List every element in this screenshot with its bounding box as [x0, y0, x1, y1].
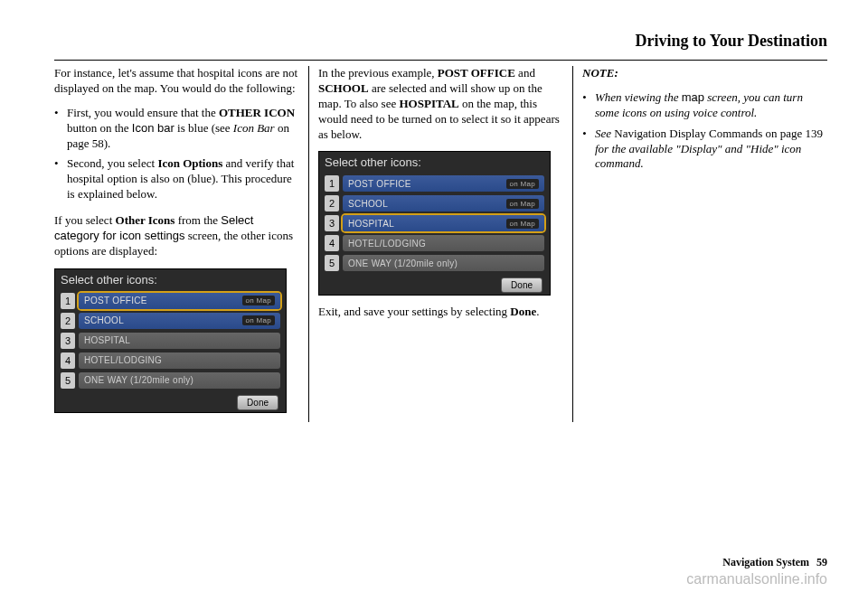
onmap-badge: on Map — [506, 219, 539, 229]
screen2-row-1[interactable]: 1 POST OFFICE on Map — [325, 174, 544, 193]
onmap-badge: on Map — [506, 199, 539, 209]
row-label: SCHOOL on Map — [79, 313, 280, 329]
col1-li2: Second, you select Icon Options and veri… — [54, 156, 299, 202]
row-num: 1 — [61, 293, 75, 309]
text: If you select — [54, 213, 116, 227]
text-bold: Other Icons — [116, 213, 175, 227]
row-text: HOTEL/LODGING — [348, 239, 426, 249]
text: Exit, and save your settings by selectin… — [318, 305, 510, 318]
row-num: 4 — [325, 235, 339, 251]
page-number: 59 — [816, 556, 827, 569]
row-num: 3 — [325, 215, 339, 231]
text: . — [536, 305, 539, 318]
col1-intro: For instance, let's assume that hospital… — [54, 66, 299, 97]
watermark: carmanualsonline.info — [686, 571, 827, 587]
screen2-row-5[interactable]: 5 ONE WAY (1/20mile only) — [325, 254, 544, 272]
row-text: POST OFFICE — [84, 296, 147, 305]
col1-list: First, you would ensure that the OTHER I… — [54, 106, 299, 202]
row-text: ONE WAY (1/20mile only) — [84, 375, 193, 385]
text: In the previous example, — [318, 66, 438, 80]
header-rule — [54, 60, 827, 61]
row-text: HOSPITAL — [84, 335, 130, 345]
row-text: HOSPITAL — [348, 219, 394, 229]
text: is blue (see — [175, 121, 233, 135]
col2-p1: In the previous example, POST OFFICE and… — [318, 66, 563, 142]
note-heading: NOTE: — [582, 66, 827, 81]
screenshot-1: Select other icons: 1 POST OFFICE on Map… — [54, 268, 287, 413]
page-header: Driving to Your Destination — [54, 32, 827, 51]
content-columns: For instance, let's assume that hospital… — [54, 66, 827, 422]
text: button on the — [67, 121, 132, 135]
row-num: 4 — [61, 352, 75, 369]
row-label: SCHOOL on Map — [343, 195, 544, 211]
text-bold: POST OFFICE — [438, 66, 515, 80]
row-label: ONE WAY (1/20mile only) — [343, 255, 544, 271]
col1-li1: First, you would ensure that the OTHER I… — [54, 106, 299, 152]
screen2-row-3[interactable]: 3 HOSPITAL on Map — [325, 214, 544, 232]
row-num: 5 — [61, 372, 75, 389]
screenshot-1-list: 1 POST OFFICE on Map 2 SCHOOL on Map — [55, 290, 286, 390]
screenshot-2: Select other icons: 1 POST OFFICE on Map… — [318, 151, 551, 296]
row-text: SCHOOL — [348, 199, 388, 209]
row-label: POST OFFICE on Map — [79, 293, 280, 309]
text: Second, you select — [67, 156, 157, 170]
row-text: ONE WAY (1/20mile only) — [348, 258, 458, 268]
onmap-badge: on Map — [242, 315, 275, 325]
column-1: For instance, let's assume that hospital… — [54, 66, 309, 422]
row-label: HOSPITAL on Map — [343, 215, 544, 231]
row-label: POST OFFICE on Map — [343, 175, 544, 192]
column-2: In the previous example, POST OFFICE and… — [309, 66, 573, 422]
text-bold: Icon Options — [157, 156, 222, 170]
col1-p2: If you select Other Icons from the Selec… — [54, 213, 299, 259]
row-num: 5 — [325, 255, 339, 271]
footer-label: Navigation System — [722, 556, 809, 569]
text: from the — [175, 213, 221, 227]
done-button[interactable]: Done — [501, 277, 542, 293]
screenshot-1-title: Select other icons: — [55, 269, 286, 290]
text: When viewing the — [595, 90, 682, 104]
page-footer: Navigation System59 — [722, 556, 827, 569]
onmap-badge: on Map — [506, 179, 539, 189]
text-bold: HOSPITAL — [399, 97, 458, 110]
screen1-row-3[interactable]: 3 HOSPITAL — [61, 332, 280, 350]
screen2-row-2[interactable]: 2 SCHOOL on Map — [325, 194, 544, 212]
text-sans: Icon bar — [132, 121, 175, 135]
row-label: HOSPITAL — [79, 333, 280, 349]
screenshot-2-list: 1 POST OFFICE on Map 2 SCHOOL on Map — [319, 173, 550, 272]
text-bold: Done — [510, 305, 536, 318]
onmap-badge: on Map — [242, 296, 275, 305]
text: First, you would ensure that the — [67, 106, 219, 119]
screen1-row-2[interactable]: 2 SCHOOL on Map — [61, 312, 280, 330]
done-button[interactable]: Done — [237, 395, 278, 410]
row-num: 3 — [61, 333, 75, 349]
text-bold: SCHOOL — [318, 81, 369, 95]
col3-li1: When viewing the map screen, you can tur… — [582, 90, 827, 121]
col3-list: When viewing the map screen, you can tur… — [582, 90, 827, 172]
screen2-row-4[interactable]: 4 HOTEL/LODGING — [325, 234, 544, 252]
column-3: NOTE: When viewing the map screen, you c… — [573, 66, 827, 422]
row-num: 2 — [61, 313, 75, 329]
screen1-row-5[interactable]: 5 ONE WAY (1/20mile only) — [61, 371, 280, 390]
screen1-row-4[interactable]: 4 HOTEL/LODGING — [61, 352, 280, 370]
row-text: HOTEL/LODGING — [84, 355, 162, 365]
text: See — [595, 127, 614, 140]
row-label: HOTEL/LODGING — [343, 235, 544, 251]
row-label: ONE WAY (1/20mile only) — [79, 372, 280, 389]
col3-li2: See Navigation Display Commands on page … — [582, 127, 827, 173]
row-label: HOTEL/LODGING — [79, 352, 280, 369]
row-num: 1 — [325, 175, 339, 192]
text-sans: map — [682, 90, 704, 104]
screenshot-2-title: Select other icons: — [319, 152, 550, 173]
row-text: SCHOOL — [84, 315, 124, 325]
col2-p2: Exit, and save your settings by selectin… — [318, 305, 563, 320]
text-normal: Navigation Display Commands on page 139 — [614, 127, 823, 140]
text-bold: OTHER ICON — [219, 106, 295, 119]
row-text: POST OFFICE — [348, 179, 411, 189]
done-row: Done — [319, 274, 550, 293]
text-italic: Icon Bar — [233, 121, 275, 135]
done-row: Done — [55, 391, 286, 410]
text: for the available "Display" and "Hide" i… — [595, 142, 801, 171]
screen1-row-1[interactable]: 1 POST OFFICE on Map — [61, 292, 280, 310]
row-num: 2 — [325, 195, 339, 211]
text: and — [515, 66, 535, 80]
